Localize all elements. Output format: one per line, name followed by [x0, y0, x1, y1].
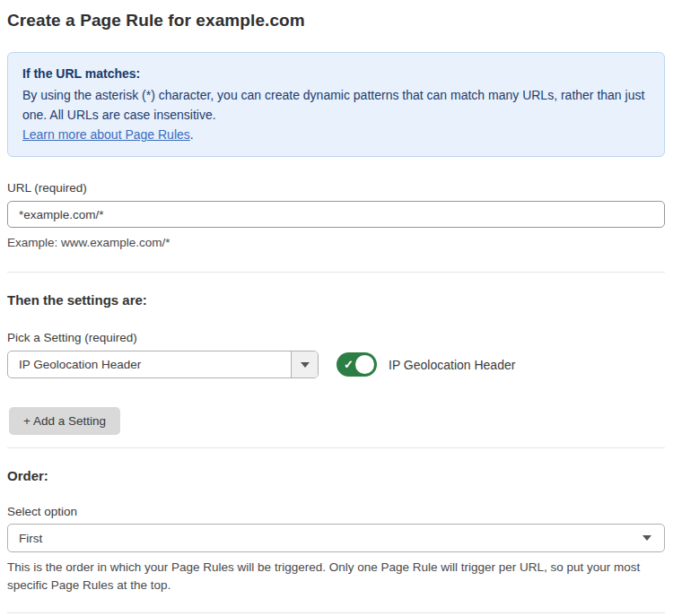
check-icon: ✓ [344, 358, 354, 371]
ip-geolocation-toggle[interactable]: ✓ [336, 352, 377, 377]
settings-section-heading: Then the settings are: [7, 292, 665, 308]
order-section-heading: Order: [7, 468, 665, 483]
chevron-down-icon [642, 535, 651, 541]
page-title: Create a Page Rule for example.com [7, 11, 665, 30]
url-input[interactable] [7, 201, 665, 228]
order-select-label: Select option [7, 505, 665, 518]
toggle-knob [355, 355, 374, 374]
info-box-body: By using the asterisk (*) character, you… [22, 85, 650, 125]
divider [7, 612, 665, 613]
setting-picker-label: Pick a Setting (required) [7, 331, 665, 344]
toggle-label: IP Geolocation Header [389, 358, 515, 372]
divider [7, 272, 665, 273]
link-suffix: . [190, 127, 194, 142]
add-setting-button[interactable]: + Add a Setting [9, 407, 120, 435]
info-box-link-line: Learn more about Page Rules. [22, 125, 650, 144]
setting-dropdown-button[interactable] [291, 351, 318, 377]
learn-more-link[interactable]: Learn more about Page Rules [22, 127, 190, 142]
divider [7, 447, 665, 448]
setting-dropdown[interactable]: IP Geolocation Header [7, 351, 319, 378]
page-rule-form: Create a Page Rule for example.com If th… [0, 0, 673, 616]
order-help-text: This is the order in which your Page Rul… [7, 559, 650, 594]
chevron-down-icon [301, 362, 310, 368]
setting-dropdown-value: IP Geolocation Header [8, 351, 291, 377]
url-match-info-box: If the URL matches: By using the asteris… [7, 52, 665, 157]
order-select-value: First [19, 532, 42, 545]
url-example-text: Example: www.example.com/* [7, 234, 665, 252]
setting-row: IP Geolocation Header ✓ IP Geolocation H… [7, 351, 665, 378]
url-field-label: URL (required) [7, 181, 665, 195]
info-box-heading: If the URL matches: [22, 64, 650, 83]
order-select[interactable]: First [7, 524, 665, 552]
